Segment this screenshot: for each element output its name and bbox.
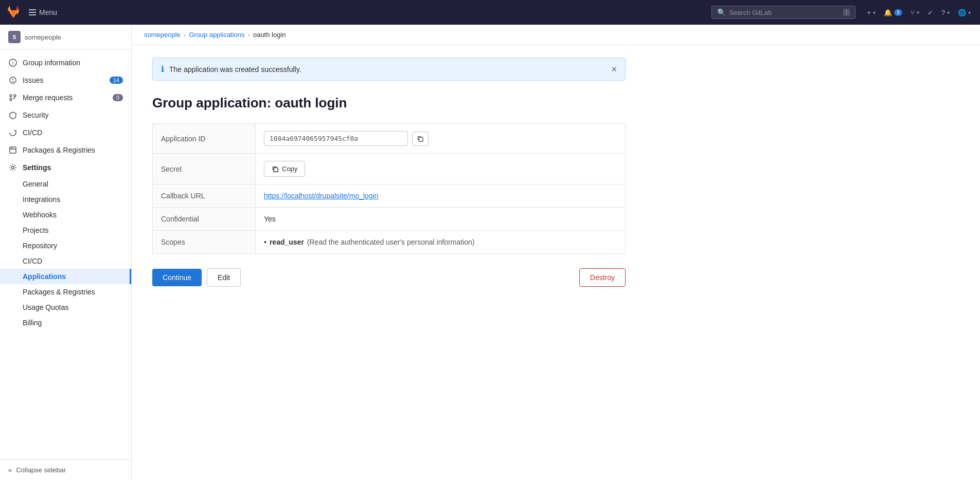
copy-secret-button[interactable]: Copy bbox=[264, 161, 305, 177]
scope-description: (Read the authenticated user's personal … bbox=[307, 238, 475, 246]
confidential-label: Confidential bbox=[153, 208, 256, 231]
shield-icon bbox=[8, 110, 17, 120]
collapse-icon: « bbox=[8, 466, 12, 474]
collapse-sidebar-button[interactable]: « Collapse sidebar bbox=[0, 459, 131, 480]
sidebar-sub-item-repository[interactable]: Repository bbox=[0, 238, 131, 253]
application-id-input[interactable] bbox=[264, 131, 408, 146]
merge-requests-icon: ⑂ bbox=[911, 9, 915, 16]
sidebar-item-issues[interactable]: Issues 14 bbox=[0, 71, 131, 89]
breadcrumb: somepeople › Group applications › oauth … bbox=[132, 25, 980, 45]
sidebar-sub-item-projects[interactable]: Projects bbox=[0, 223, 131, 238]
main-layout: S somepeople i Group information Issues … bbox=[0, 25, 980, 480]
breadcrumb-section-link[interactable]: Group applications bbox=[189, 31, 244, 39]
sidebar-item-cicd[interactable]: CI/CD bbox=[0, 124, 131, 141]
sidebar-item-security[interactable]: Security bbox=[0, 106, 131, 124]
merge-icon bbox=[8, 93, 17, 102]
sidebar-item-label: Security bbox=[23, 111, 49, 119]
secret-label: Secret bbox=[153, 154, 256, 184]
navbar: Menu 🔍 / + ▾ 🔔 9 ⑂ ▾ ✓ ? ▾ 🌐 ▾ bbox=[0, 0, 980, 25]
callback-url-link[interactable]: https://localhost/drupalsite/mo_login bbox=[264, 192, 379, 200]
help-icon: ? bbox=[941, 9, 945, 16]
merge-requests-badge: 0 bbox=[113, 94, 123, 101]
chevron-down-icon: ▾ bbox=[968, 10, 971, 15]
notifications-button[interactable]: 🔔 9 bbox=[881, 7, 905, 19]
application-id-label: Application ID bbox=[153, 124, 256, 154]
breadcrumb-separator: › bbox=[184, 31, 186, 39]
sidebar-item-label: Group information bbox=[23, 59, 80, 67]
chevron-down-icon: ▾ bbox=[873, 10, 876, 15]
sidebar-sub-item-general[interactable]: General bbox=[0, 176, 131, 192]
search-input[interactable] bbox=[729, 9, 840, 16]
sidebar-username: somepeople bbox=[25, 33, 61, 41]
scopes-value: read_user (Read the authenticated user's… bbox=[256, 231, 626, 254]
sidebar-item-merge-requests[interactable]: Merge requests 0 bbox=[0, 89, 131, 106]
svg-rect-13 bbox=[274, 168, 278, 172]
scopes-label: Scopes bbox=[153, 231, 256, 254]
svg-point-11 bbox=[12, 167, 14, 169]
breadcrumb-current: oauth login bbox=[253, 31, 286, 39]
issues-button[interactable]: ✓ bbox=[924, 7, 936, 19]
search-icon: 🔍 bbox=[717, 8, 726, 16]
gitlab-logo[interactable] bbox=[6, 5, 21, 20]
destroy-button[interactable]: Destroy bbox=[579, 268, 626, 287]
sidebar-nav: i Group information Issues 14 Merge requ… bbox=[0, 50, 131, 459]
issues-icon: ✓ bbox=[928, 9, 933, 16]
package-icon bbox=[8, 145, 17, 155]
sidebar: S somepeople i Group information Issues … bbox=[0, 25, 132, 480]
create-button[interactable]: + ▾ bbox=[864, 7, 879, 19]
alert-message: The application was created successfully… bbox=[169, 65, 617, 73]
globe-icon: 🌐 bbox=[958, 9, 966, 16]
page-title: Group application: oauth login bbox=[152, 95, 626, 111]
app-id-container bbox=[264, 131, 617, 146]
edit-button[interactable]: Edit bbox=[207, 268, 241, 287]
sidebar-item-settings[interactable]: Settings bbox=[0, 159, 131, 176]
sidebar-sub-item-packages-registries[interactable]: Packages & Registries bbox=[0, 284, 131, 300]
callback-url-label: Callback URL bbox=[153, 184, 256, 208]
content-area: somepeople › Group applications › oauth … bbox=[132, 25, 980, 480]
sidebar-item-label: Packages & Registries bbox=[23, 146, 95, 154]
profile-button[interactable]: 🌐 ▾ bbox=[955, 7, 974, 19]
bell-icon: 🔔 bbox=[884, 9, 892, 16]
copy-icon bbox=[272, 165, 279, 173]
secret-row: Secret Copy bbox=[153, 154, 626, 184]
sidebar-user[interactable]: S somepeople bbox=[0, 25, 131, 50]
merge-requests-button[interactable]: ⑂ ▾ bbox=[907, 7, 922, 19]
help-button[interactable]: ? ▾ bbox=[938, 7, 953, 19]
continue-button[interactable]: Continue bbox=[152, 269, 202, 286]
sidebar-sub-item-applications[interactable]: Applications bbox=[0, 269, 131, 284]
sidebar-item-label: CI/CD bbox=[23, 128, 42, 137]
copy-id-button[interactable] bbox=[412, 132, 429, 146]
sidebar-item-packages[interactable]: Packages & Registries bbox=[0, 141, 131, 159]
breadcrumb-group-link[interactable]: somepeople bbox=[144, 31, 181, 39]
breadcrumb-separator: › bbox=[248, 31, 250, 39]
search-shortcut: / bbox=[843, 9, 850, 16]
sidebar-item-label: Issues bbox=[23, 76, 43, 84]
avatar: S bbox=[8, 31, 21, 43]
sidebar-item-group-information[interactable]: i Group information bbox=[0, 54, 131, 71]
secret-value: Copy bbox=[256, 154, 626, 184]
callback-url-row: Callback URL https://localhost/drupalsit… bbox=[153, 184, 626, 208]
sidebar-sub-item-cicd[interactable]: CI/CD bbox=[0, 253, 131, 269]
scope-key: read_user bbox=[270, 238, 304, 246]
sidebar-sub-item-integrations[interactable]: Integrations bbox=[0, 192, 131, 207]
cicd-icon bbox=[8, 128, 17, 137]
svg-rect-12 bbox=[419, 137, 423, 141]
svg-point-5 bbox=[10, 95, 12, 97]
svg-text:i: i bbox=[12, 60, 13, 66]
application-details-table: Application ID Secret bbox=[152, 123, 626, 254]
application-id-row: Application ID bbox=[153, 124, 626, 154]
menu-toggle[interactable]: Menu bbox=[25, 6, 61, 19]
sidebar-sub-item-usage-quotas[interactable]: Usage Quotas bbox=[0, 300, 131, 315]
sidebar-sub-item-billing[interactable]: Billing bbox=[0, 315, 131, 330]
issues-icon bbox=[8, 76, 17, 85]
settings-icon bbox=[8, 163, 17, 172]
sidebar-sub-item-webhooks[interactable]: Webhooks bbox=[0, 207, 131, 223]
action-buttons: Continue Edit Destroy bbox=[152, 268, 626, 287]
issues-badge: 14 bbox=[110, 77, 123, 84]
alert-banner: ℹ The application was created successful… bbox=[152, 58, 626, 81]
sidebar-item-label: Merge requests bbox=[23, 94, 73, 102]
search-bar[interactable]: 🔍 / bbox=[711, 6, 856, 19]
confidential-value: Yes bbox=[256, 208, 626, 231]
alert-close-button[interactable]: × bbox=[609, 65, 619, 74]
info-icon: i bbox=[8, 58, 17, 67]
